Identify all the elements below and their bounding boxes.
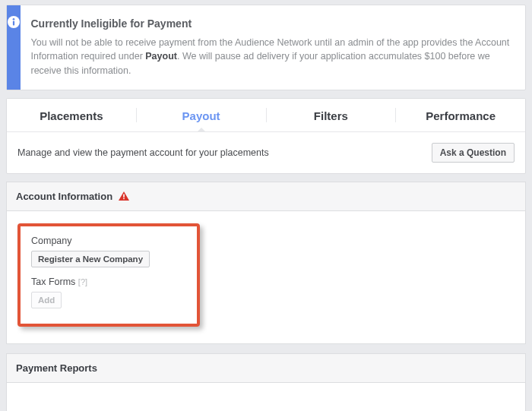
tab-payout[interactable]: Payout <box>137 99 266 131</box>
payment-reports-body <box>6 382 526 411</box>
tax-forms-label-text: Tax Forms <box>31 277 75 287</box>
svg-rect-3 <box>123 194 125 198</box>
payment-reports-header: Payment Reports <box>6 353 526 382</box>
add-tax-form-button[interactable]: Add <box>31 292 62 308</box>
account-highlight-box: Company Register a New Company Tax Forms… <box>17 223 200 327</box>
company-label: Company <box>31 236 186 246</box>
tab-performance[interactable]: Performance <box>396 99 525 131</box>
payment-reports-title: Payment Reports <box>16 362 97 374</box>
account-information-header: Account Information <box>6 182 526 210</box>
tab-filters[interactable]: Filters <box>267 99 396 131</box>
tax-forms-label: Tax Forms [?] <box>31 277 186 287</box>
svg-rect-2 <box>13 21 14 26</box>
info-icon <box>8 16 20 28</box>
ask-a-question-button[interactable]: Ask a Question <box>432 143 515 163</box>
svg-rect-4 <box>123 198 125 200</box>
tabs-card: Placements Payout Filters Performance Ma… <box>6 98 526 174</box>
tabs-bar: Placements Payout Filters Performance <box>7 99 525 132</box>
register-new-company-button[interactable]: Register a New Company <box>31 251 150 267</box>
subbar-description: Manage and view the payment account for … <box>17 147 269 158</box>
tab-placements[interactable]: Placements <box>7 99 136 131</box>
notice-accent-bar <box>7 5 21 90</box>
notice-text: You will not be able to receive payment … <box>31 36 512 77</box>
svg-point-1 <box>12 18 14 21</box>
notice-payout-word: Payout <box>145 51 177 62</box>
account-information-body: Company Register a New Company Tax Forms… <box>6 210 526 344</box>
notice-title: Currently Ineligible for Payment <box>31 16 512 31</box>
ineligible-notice: Currently Ineligible for Payment You wil… <box>6 5 526 90</box>
warning-icon <box>119 191 129 201</box>
account-information-title: Account Information <box>16 191 112 202</box>
help-icon[interactable]: [?] <box>78 277 87 286</box>
